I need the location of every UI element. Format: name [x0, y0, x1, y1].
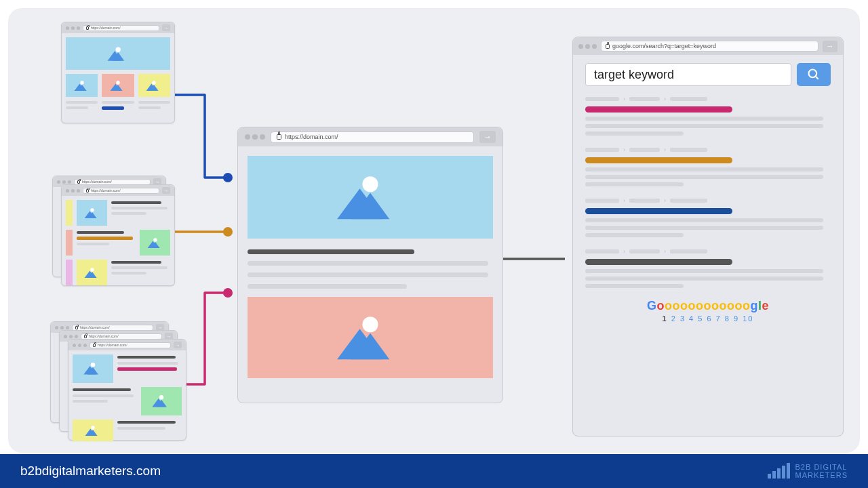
footer-brand: B2B DIGITALMARKETERS	[768, 463, 848, 479]
search-icon	[807, 68, 821, 81]
svg-line-7	[816, 77, 818, 79]
source-page-3-front: https://domain.com/	[68, 339, 186, 441]
svg-point-1	[223, 227, 233, 237]
lock-icon	[606, 44, 610, 49]
url-text: https://domain.com/	[285, 134, 338, 140]
address-bar[interactable]: https://domain.com/	[271, 131, 474, 143]
address-bar[interactable]: google.com/search?q=target=keyword	[601, 41, 818, 52]
diagram-canvas: https://domain.com/ https://domain.com/ …	[8, 8, 860, 453]
result-3[interactable]: ››	[585, 197, 831, 237]
result-2[interactable]: ››	[585, 146, 831, 186]
search-input[interactable]: target keyword	[585, 63, 791, 86]
url-text: https://domain.com/	[91, 26, 121, 30]
lock-icon	[277, 134, 281, 140]
target-page: https://domain.com/ →	[237, 127, 503, 403]
result-1[interactable]: ››	[585, 96, 831, 136]
source-page-2-front: https://domain.com/	[61, 184, 175, 286]
svg-point-0	[223, 173, 233, 182]
hero-image-1	[248, 156, 493, 239]
serp-page: google.com/search?q=target=keyword → tar…	[572, 37, 844, 436]
source-page-1: https://domain.com/	[61, 22, 175, 123]
traffic-lights	[578, 44, 597, 49]
svg-point-2	[223, 288, 233, 298]
result-4[interactable]: ››	[585, 248, 831, 288]
pagination[interactable]: 1 2 3 4 5 6 7 8 9 10	[585, 314, 831, 323]
search-button[interactable]	[797, 63, 831, 86]
google-logo: Goooooooooooogle	[585, 299, 831, 313]
go-button[interactable]: →	[479, 131, 496, 143]
traffic-lights	[245, 134, 265, 140]
svg-point-6	[809, 70, 817, 78]
footer: b2bdigitalmarketers.com B2B DIGITALMARKE…	[0, 454, 868, 488]
heading-placeholder	[248, 249, 414, 254]
go-button[interactable]: →	[823, 41, 837, 52]
footer-domain: b2bdigitalmarketers.com	[20, 464, 161, 479]
brand-bars-icon	[768, 464, 790, 479]
url-text: google.com/search?q=target=keyword	[612, 43, 716, 49]
hero-image-2	[248, 297, 493, 378]
